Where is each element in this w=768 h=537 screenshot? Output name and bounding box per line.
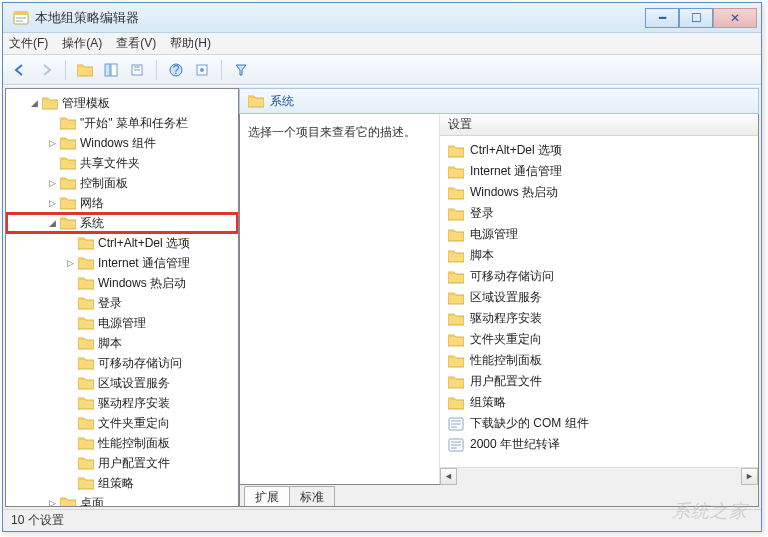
titlebar[interactable]: 本地组策略编辑器 ━ ☐ ✕ xyxy=(3,3,761,33)
tree-item[interactable]: 区域设置服务 xyxy=(6,373,238,393)
tree-label: 性能控制面板 xyxy=(98,435,170,452)
list-item[interactable]: 文件夹重定向 xyxy=(440,329,758,350)
content-header-title: 系统 xyxy=(270,93,294,110)
tree-label: 网络 xyxy=(80,195,104,212)
menu-file[interactable]: 文件(F) xyxy=(9,35,48,52)
list-item[interactable]: 电源管理 xyxy=(440,224,758,245)
tree-item-root[interactable]: ◢管理模板 xyxy=(6,93,238,113)
menu-view[interactable]: 查看(V) xyxy=(116,35,156,52)
tree-pane[interactable]: ◢管理模板"开始" 菜单和任务栏▷Windows 组件共享文件夹▷控制面板▷网络… xyxy=(5,88,239,507)
menu-action[interactable]: 操作(A) xyxy=(62,35,102,52)
forward-button[interactable] xyxy=(35,59,57,81)
tree-item[interactable]: ▷Windows 组件 xyxy=(6,133,238,153)
up-button[interactable] xyxy=(74,59,96,81)
list-item[interactable]: 组策略 xyxy=(440,392,758,413)
list-item[interactable]: 可移动存储访问 xyxy=(440,266,758,287)
close-button[interactable]: ✕ xyxy=(713,8,757,28)
tree-label: 控制面板 xyxy=(80,175,128,192)
column-header-settings[interactable]: 设置 xyxy=(440,114,758,136)
tree-item[interactable]: Windows 热启动 xyxy=(6,273,238,293)
list-item-label: 用户配置文件 xyxy=(470,373,542,390)
expand-icon[interactable]: ▷ xyxy=(46,197,58,209)
filter-button[interactable] xyxy=(230,59,252,81)
list-item[interactable]: Internet 通信管理 xyxy=(440,161,758,182)
toolbar: ? xyxy=(3,55,761,85)
expand-icon[interactable]: ▷ xyxy=(46,137,58,149)
menu-help[interactable]: 帮助(H) xyxy=(170,35,211,52)
properties-button[interactable] xyxy=(191,59,213,81)
tab-standard[interactable]: 标准 xyxy=(289,486,335,506)
folder-icon xyxy=(448,144,464,158)
tree-label: 系统 xyxy=(80,215,104,232)
list-item[interactable]: Ctrl+Alt+Del 选项 xyxy=(440,140,758,161)
tab-extended[interactable]: 扩展 xyxy=(244,486,290,506)
collapse-icon[interactable]: ◢ xyxy=(46,217,58,229)
tree-item[interactable]: ◢系统 xyxy=(6,213,238,233)
tree-label: 登录 xyxy=(98,295,122,312)
folder-icon xyxy=(448,186,464,200)
list-item[interactable]: 区域设置服务 xyxy=(440,287,758,308)
list-item[interactable]: 脚本 xyxy=(440,245,758,266)
tabstrip: 扩展 标准 xyxy=(239,485,759,507)
list-item[interactable]: 登录 xyxy=(440,203,758,224)
tree-item[interactable]: ▷控制面板 xyxy=(6,173,238,193)
app-icon xyxy=(13,10,29,26)
scroll-right-button[interactable]: ► xyxy=(741,468,758,485)
folder-icon xyxy=(448,291,464,305)
tree-label: 区域设置服务 xyxy=(98,375,170,392)
list-item[interactable]: 用户配置文件 xyxy=(440,371,758,392)
back-button[interactable] xyxy=(9,59,31,81)
tree-item[interactable]: 共享文件夹 xyxy=(6,153,238,173)
folder-icon xyxy=(448,354,464,368)
scroll-left-button[interactable]: ◄ xyxy=(440,468,457,485)
tree-item[interactable]: 可移动存储访问 xyxy=(6,353,238,373)
folder-icon xyxy=(448,228,464,242)
tree-label: 文件夹重定向 xyxy=(98,415,170,432)
help-button[interactable]: ? xyxy=(165,59,187,81)
tree-item[interactable]: 电源管理 xyxy=(6,313,238,333)
horizontal-scrollbar[interactable]: ◄ ► xyxy=(440,467,758,484)
collapse-icon[interactable]: ◢ xyxy=(28,97,40,109)
tree-item[interactable]: 用户配置文件 xyxy=(6,453,238,473)
setting-icon xyxy=(448,438,464,452)
description-column: 选择一个项目来查看它的描述。 xyxy=(240,114,440,484)
tree-item[interactable]: ▷网络 xyxy=(6,193,238,213)
tree-label: 电源管理 xyxy=(98,315,146,332)
list-item-label: 脚本 xyxy=(470,247,494,264)
list-item[interactable]: 驱动程序安装 xyxy=(440,308,758,329)
tree-label: 脚本 xyxy=(98,335,122,352)
list-item-label: 下载缺少的 COM 组件 xyxy=(470,415,589,432)
minimize-button[interactable]: ━ xyxy=(645,8,679,28)
tree-item[interactable]: 文件夹重定向 xyxy=(6,413,238,433)
tree-item[interactable]: 驱动程序安装 xyxy=(6,393,238,413)
list-item[interactable]: 2000 年世纪转译 xyxy=(440,434,758,455)
show-hide-tree-button[interactable] xyxy=(100,59,122,81)
folder-icon xyxy=(448,396,464,410)
tree-item[interactable]: ▷桌面 xyxy=(6,493,238,507)
tree-item[interactable]: 组策略 xyxy=(6,473,238,493)
svg-rect-8 xyxy=(105,64,110,76)
list-item[interactable]: 性能控制面板 xyxy=(440,350,758,371)
settings-list: 设置 Ctrl+Alt+Del 选项Internet 通信管理Windows 热… xyxy=(440,114,758,484)
tree-item[interactable]: "开始" 菜单和任务栏 xyxy=(6,113,238,133)
expand-icon[interactable]: ▷ xyxy=(64,257,76,269)
content-header: 系统 xyxy=(239,88,759,114)
maximize-button[interactable]: ☐ xyxy=(679,8,713,28)
folder-icon xyxy=(448,249,464,263)
tree-item[interactable]: Ctrl+Alt+Del 选项 xyxy=(6,233,238,253)
expand-icon[interactable]: ▷ xyxy=(46,497,58,507)
tree-label: 管理模板 xyxy=(62,95,110,112)
tree-item[interactable]: 脚本 xyxy=(6,333,238,353)
list-item-label: 驱动程序安装 xyxy=(470,310,542,327)
list-item[interactable]: 下载缺少的 COM 组件 xyxy=(440,413,758,434)
tree-label: Windows 热启动 xyxy=(98,275,186,292)
expand-icon[interactable]: ▷ xyxy=(46,177,58,189)
right-pane: 系统 选择一个项目来查看它的描述。 设置 Ctrl+Alt+Del 选项Inte… xyxy=(239,88,759,507)
tree-item[interactable]: ▷Internet 通信管理 xyxy=(6,253,238,273)
tree-item[interactable]: 性能控制面板 xyxy=(6,433,238,453)
list-item[interactable]: Windows 热启动 xyxy=(440,182,758,203)
tree-item[interactable]: 登录 xyxy=(6,293,238,313)
tree-label: 组策略 xyxy=(98,475,134,492)
tree-label: 可移动存储访问 xyxy=(98,355,182,372)
export-button[interactable] xyxy=(126,59,148,81)
